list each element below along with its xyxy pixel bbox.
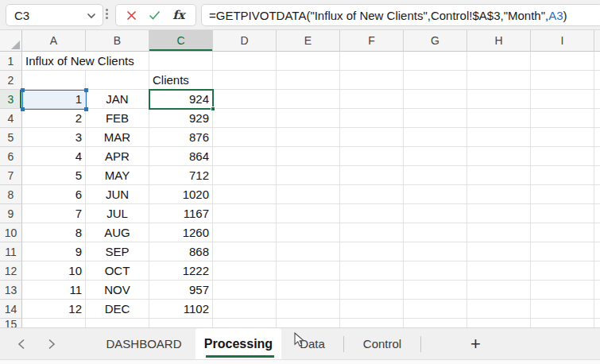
row-header-11[interactable]: 11 xyxy=(0,242,22,261)
row-header-14[interactable]: 14 xyxy=(0,300,22,319)
grid-cell[interactable]: SEP xyxy=(86,242,149,261)
grid-cell[interactable]: 712 xyxy=(149,166,213,185)
grid-cell[interactable]: JUN xyxy=(86,185,149,204)
grid-cell[interactable] xyxy=(149,319,213,327)
grid-cell[interactable]: FEB xyxy=(86,109,149,128)
cell-c3[interactable]: 924 xyxy=(149,90,213,109)
grid-cell[interactable]: 1102 xyxy=(149,300,213,319)
empty-cells[interactable] xyxy=(213,147,600,166)
grid-cell[interactable]: AUG xyxy=(86,223,149,242)
grid-cell[interactable]: DEC xyxy=(86,300,149,319)
cell-c1[interactable] xyxy=(149,52,213,71)
select-all-corner[interactable] xyxy=(0,30,22,52)
grid-cell[interactable]: APR xyxy=(86,147,149,166)
grid-cell[interactable]: 929 xyxy=(149,109,213,128)
empty-cells[interactable] xyxy=(213,52,600,71)
grid-cell[interactable]: NOV xyxy=(86,281,149,300)
empty-cells[interactable] xyxy=(213,300,600,319)
empty-cells[interactable] xyxy=(213,223,600,242)
grid-cell[interactable]: 9 xyxy=(22,242,86,261)
cell-c2-label[interactable]: Clients xyxy=(149,71,213,90)
row-header-1[interactable]: 1 xyxy=(0,52,22,71)
row-header-13[interactable]: 13 xyxy=(0,281,22,300)
column-header-f[interactable]: F xyxy=(340,30,404,52)
empty-cells[interactable] xyxy=(213,261,600,281)
grid-cell[interactable] xyxy=(86,319,149,327)
row-header-3[interactable]: 3 xyxy=(0,90,22,109)
grid-cell[interactable]: 10 xyxy=(22,261,86,281)
chevron-left-icon[interactable] xyxy=(17,339,25,350)
grid-cell[interactable]: 6 xyxy=(22,185,86,204)
grid-cell[interactable]: 864 xyxy=(149,147,213,166)
grid-cell[interactable]: 2 xyxy=(22,109,86,128)
row-header-5[interactable]: 5 xyxy=(0,128,22,147)
column-header-b[interactable]: B xyxy=(86,30,149,52)
cancel-icon[interactable] xyxy=(126,10,137,21)
row-header-15[interactable]: 15 xyxy=(0,319,22,327)
grid-cell[interactable]: 876 xyxy=(149,128,213,147)
empty-cells[interactable] xyxy=(213,109,600,128)
chevron-right-icon[interactable] xyxy=(48,339,56,350)
empty-cells[interactable] xyxy=(213,185,600,204)
grid-cell[interactable]: 1020 xyxy=(149,185,213,204)
column-header-i[interactable]: I xyxy=(531,30,594,52)
column-header-h[interactable]: H xyxy=(467,30,531,52)
row-header-2[interactable]: 2 xyxy=(0,71,22,90)
empty-cells[interactable] xyxy=(213,166,600,185)
grid-cell[interactable]: 957 xyxy=(149,281,213,300)
empty-cells[interactable] xyxy=(213,71,600,90)
row-header-6[interactable]: 6 xyxy=(0,147,22,166)
row-header-7[interactable]: 7 xyxy=(0,166,22,185)
name-box[interactable]: C3 xyxy=(6,4,103,26)
sheet-tab-control[interactable]: Control xyxy=(344,328,420,359)
empty-cells[interactable] xyxy=(213,90,600,109)
grid-cell[interactable]: 1222 xyxy=(149,261,213,281)
column-header-a[interactable]: A xyxy=(22,30,86,52)
formula-input[interactable]: =GETPIVOTDATA("Influx of New Clients",Co… xyxy=(201,4,600,26)
empty-cells[interactable] xyxy=(213,204,600,223)
column-header-d[interactable]: D xyxy=(213,30,277,52)
sheet-tab-processing[interactable]: Processing xyxy=(195,328,281,359)
grid-cell[interactable]: 8 xyxy=(22,223,86,242)
row-header-9[interactable]: 9 xyxy=(0,204,22,223)
grid-cell[interactable]: JUL xyxy=(86,204,149,223)
column-header-g[interactable]: G xyxy=(404,30,467,52)
row-header-4[interactable]: 4 xyxy=(0,109,22,128)
sheet-tab-data[interactable]: Data xyxy=(281,328,343,359)
chevron-down-icon[interactable] xyxy=(87,8,96,22)
grid-cell[interactable]: MAY xyxy=(86,166,149,185)
cell-a3[interactable]: 1 xyxy=(22,90,86,109)
cell-a2[interactable] xyxy=(22,71,86,90)
empty-cells[interactable] xyxy=(213,242,600,261)
row-header-10[interactable]: 10 xyxy=(0,223,22,242)
grid-cell[interactable]: 7 xyxy=(22,204,86,223)
cell-a1-title[interactable]: Influx of New Clients xyxy=(22,52,149,71)
grid-cell[interactable]: MAR xyxy=(86,128,149,147)
row-header-12[interactable]: 12 xyxy=(0,261,22,281)
empty-cells[interactable] xyxy=(213,128,600,147)
grid-cell[interactable]: 868 xyxy=(149,242,213,261)
sheet-tab-dashboard[interactable]: DASHBOARD xyxy=(92,328,195,359)
column-header-c[interactable]: C xyxy=(149,30,213,52)
row-header-8[interactable]: 8 xyxy=(0,185,22,204)
grid-cell[interactable]: OCT xyxy=(86,261,149,281)
insert-function-icon[interactable]: fx xyxy=(172,8,184,22)
sheet-row-8: 8 6 JUN 1020 xyxy=(0,185,600,204)
grid-cell[interactable]: 1260 xyxy=(149,223,213,242)
empty-cells[interactable] xyxy=(213,319,600,327)
grid-cell[interactable]: 1167 xyxy=(149,204,213,223)
column-header-e[interactable]: E xyxy=(277,30,340,52)
grid-cell[interactable]: 12 xyxy=(22,300,86,319)
empty-cells[interactable] xyxy=(213,281,600,300)
cell-b2[interactable] xyxy=(86,71,149,90)
grid-cell[interactable]: 5 xyxy=(22,166,86,185)
worksheet-grid: A B C D E F G H I 1 Influx of New Client… xyxy=(0,30,600,327)
new-sheet-button[interactable]: + xyxy=(463,336,489,352)
grid-cell[interactable] xyxy=(22,319,86,327)
grid-cell[interactable]: 11 xyxy=(22,281,86,300)
cell-b3[interactable]: JAN xyxy=(86,90,149,109)
kebab-dots-icon[interactable] xyxy=(106,9,108,19)
grid-cell[interactable]: 4 xyxy=(22,147,86,166)
grid-cell[interactable]: 3 xyxy=(22,128,86,147)
enter-check-icon[interactable] xyxy=(149,10,161,20)
